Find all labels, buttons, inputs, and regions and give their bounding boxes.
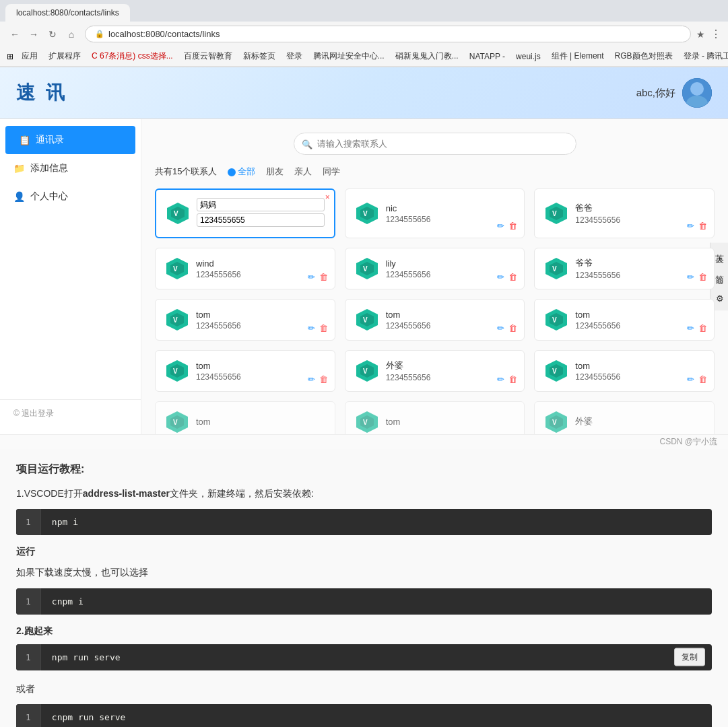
back-button[interactable]: ← [7, 26, 23, 42]
contact-info-6: 爷爷 1234555656 [575, 257, 704, 280]
delete-button-7[interactable]: 🗑 [319, 323, 328, 333]
contact-name-2: nic [386, 203, 515, 213]
filter-friends[interactable]: 朋友 [266, 164, 284, 179]
contact-info-11: 外婆 1234555656 [386, 359, 515, 382]
app-container: 速 讯 abc,你好 📋 通讯录 📁 添加信息 [0, 67, 728, 434]
svg-text:V: V [173, 265, 178, 273]
address-bar[interactable]: 🔒 localhost:8080/contacts/links [85, 26, 691, 42]
contact-info-1 [197, 198, 325, 229]
contact-actions-2: ✏ 🗑 [497, 221, 517, 231]
line-num-1: 1 [16, 509, 41, 535]
bookmark-tencent-login[interactable]: 登录 - 腾讯工蜂 [681, 49, 728, 63]
menu-icon[interactable]: ⋮ [710, 28, 721, 40]
delete-button-5[interactable]: 🗑 [508, 272, 517, 282]
contact-card-tom5: V tom 1234555656 ✏ 🗑 [534, 350, 715, 392]
code-block-3: 1 npm run serve 复制 [16, 644, 712, 670]
radio-dot-all [228, 168, 236, 176]
header-user: abc,你好 [636, 78, 712, 108]
bookmark-natapp2[interactable]: NATAPP - [467, 50, 508, 63]
avatar [682, 78, 712, 108]
filter-classmates[interactable]: 同学 [323, 164, 340, 179]
delete-button-9[interactable]: 🗑 [698, 323, 707, 333]
contact-card-mommy: V × [155, 188, 335, 238]
active-tab[interactable]: localhost:8080/contacts/links [5, 4, 130, 22]
forward-button[interactable]: → [26, 26, 42, 42]
contact-actions-3: ✏ 🗑 [687, 221, 707, 231]
sidebar-item-contacts[interactable]: 📋 通讯录 [5, 126, 135, 154]
close-edit-icon[interactable]: × [325, 193, 330, 202]
contact-name-13: tom [196, 417, 325, 427]
bookmark-baidu[interactable]: 百度云智教育 [181, 49, 235, 63]
edit-button-8[interactable]: ✏ [497, 323, 504, 333]
contact-name-14: tom [386, 417, 515, 427]
home-button[interactable]: ⌂ [63, 26, 79, 42]
contact-avatar-11: V [355, 359, 379, 383]
delete-button-11[interactable]: 🗑 [508, 374, 517, 384]
bookmark-natapp[interactable]: 硝新鬼鬼入门教... [393, 49, 461, 63]
or-text: 或者 [16, 681, 712, 696]
edit-button-7[interactable]: ✏ [308, 323, 315, 333]
edit-button-11[interactable]: ✏ [497, 374, 504, 384]
edit-name-input[interactable] [197, 198, 325, 211]
delete-button-2[interactable]: 🗑 [508, 221, 517, 231]
bookmark-login[interactable]: 登录 [284, 49, 305, 63]
contact-phone-8: 1234555656 [386, 321, 515, 331]
contact-name-11: 外婆 [386, 359, 515, 372]
contact-card-grandma2: V 外婆 [534, 401, 715, 434]
contact-card-nic: V nic 1234555656 ✏ 🗑 [345, 188, 525, 238]
logout-button[interactable]: © 退出登录 [0, 399, 141, 427]
delete-button-3[interactable]: 🗑 [698, 221, 707, 231]
sidebar-item-profile[interactable]: 👤 个人中心 [0, 182, 141, 211]
sidebar-label-contacts: 通讯录 [36, 134, 64, 146]
filter-all[interactable]: 全部 [228, 164, 255, 179]
delete-button-12[interactable]: 🗑 [698, 374, 707, 384]
contact-card-tom1: V tom 1234555656 ✏ 🗑 [155, 299, 335, 341]
extension-icon: ★ [696, 29, 705, 40]
contact-avatar-5: V [355, 256, 379, 281]
bookmark-extensions[interactable]: 扩展程序 [46, 49, 84, 63]
bookmark-tencent[interactable]: 腾讯网址安全中心... [310, 49, 387, 63]
svg-text:V: V [363, 316, 368, 324]
contact-actions-7: ✏ 🗑 [308, 323, 328, 333]
tutorial-step1-text: 1.VSCODE打开address-list-master文件夹，新建终端，然后… [16, 486, 712, 501]
edit-button-10[interactable]: ✏ [308, 374, 315, 384]
copy-button[interactable]: 复制 [674, 648, 705, 666]
edit-button-5[interactable]: ✏ [497, 272, 504, 282]
contact-actions-10: ✏ 🗑 [308, 374, 328, 384]
browser-tabs: localhost:8080/contacts/links [0, 0, 728, 22]
edit-button-4[interactable]: ✏ [308, 272, 315, 282]
search-input[interactable] [294, 133, 576, 155]
bookmark-rgb[interactable]: RGB颜色对照表 [612, 49, 675, 63]
edit-button-12[interactable]: ✏ [687, 374, 694, 384]
delete-button-10[interactable]: 🗑 [319, 374, 328, 384]
edit-phone-input[interactable] [197, 213, 325, 227]
contact-info-12: tom 1234555656 [575, 361, 704, 382]
refresh-button[interactable]: ↻ [44, 26, 61, 42]
tutorial-title: 项目运行教程: [16, 462, 712, 477]
delete-button-4[interactable]: 🗑 [319, 272, 328, 282]
edit-button-9[interactable]: ✏ [687, 323, 694, 333]
bookmark-newtab[interactable]: 新标签页 [240, 49, 278, 63]
contact-info-8: tom 1234555656 [386, 310, 515, 331]
sidebar-item-add[interactable]: 📁 添加信息 [0, 154, 141, 182]
edit-button-2[interactable]: ✏ [497, 221, 504, 231]
delete-button-6[interactable]: 🗑 [698, 272, 707, 282]
contact-avatar-4: V [165, 256, 189, 281]
contact-actions-5: ✏ 🗑 [497, 272, 517, 282]
sidebar: 📋 通讯录 📁 添加信息 👤 个人中心 © 退出登录 [0, 119, 141, 434]
delete-button-8[interactable]: 🗑 [508, 323, 517, 333]
filter-family[interactable]: 亲人 [294, 164, 312, 179]
bookmark-element[interactable]: 组件 | Element [549, 49, 607, 63]
step1-prefix: 1.VSCODE打开 [16, 488, 83, 499]
edit-button-6[interactable]: ✏ [687, 272, 694, 282]
bookmark-css[interactable]: C 67条消息) css选择... [89, 49, 176, 63]
contact-info-15: 外婆 [575, 415, 704, 429]
bookmark-weui[interactable]: weui.js [513, 50, 543, 63]
edit-button-3[interactable]: ✏ [687, 221, 694, 231]
app-logo: 速 讯 [16, 80, 67, 106]
bookmark-apps[interactable]: 应用 [19, 49, 40, 63]
contact-avatar-9: V [544, 308, 568, 332]
svg-point-1 [690, 82, 704, 96]
contact-name-15: 外婆 [575, 415, 704, 427]
contact-avatar-2: V [355, 201, 379, 226]
